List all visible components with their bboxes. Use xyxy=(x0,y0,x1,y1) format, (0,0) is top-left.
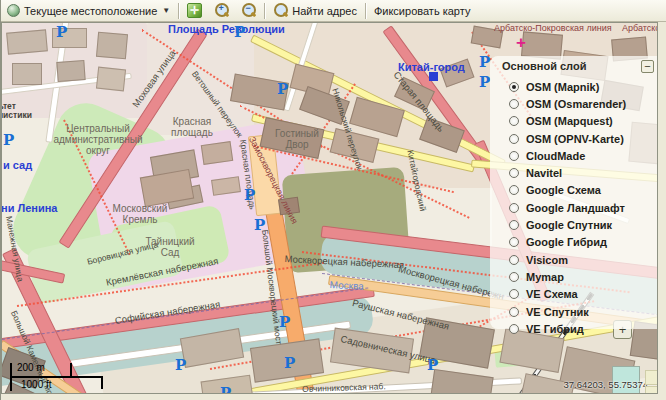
zoom-in-button[interactable]: + xyxy=(208,1,235,21)
radio-button[interactable] xyxy=(509,255,519,265)
radio-button[interactable] xyxy=(509,99,519,109)
building xyxy=(6,29,48,54)
toolbar-separator xyxy=(365,3,366,19)
layer-panel-title: Основной слой xyxy=(502,60,653,72)
globe-icon xyxy=(7,4,20,17)
radio-button[interactable] xyxy=(509,307,519,317)
building xyxy=(201,141,233,165)
zoom-extent-icon: ✛ xyxy=(187,3,202,18)
layer-option-5[interactable]: Navitel xyxy=(502,164,653,181)
radio-button[interactable] xyxy=(509,220,519,230)
radio-button[interactable] xyxy=(509,272,519,282)
corner-control[interactable] xyxy=(645,386,658,394)
layer-option-label: Navitel xyxy=(526,167,562,179)
layer-option-label: OSM (Mapnik) xyxy=(526,81,599,93)
mouse-coordinates: 37.64203, 55.75374 xyxy=(542,379,648,390)
layer-option-3[interactable]: OSM (OPNV-Karte) xyxy=(502,130,653,147)
map-label: и сад xyxy=(3,159,32,171)
layer-option-label: Google Схема xyxy=(526,184,601,196)
layer-option-label: Mymap xyxy=(526,271,564,283)
layer-option-label: VE Схема xyxy=(526,288,578,300)
radio-button[interactable] xyxy=(509,82,519,92)
scale-tick xyxy=(101,376,103,389)
minimize-panel-button[interactable]: − xyxy=(641,60,654,73)
chevron-down-icon: ▼ xyxy=(162,6,170,15)
radio-button[interactable] xyxy=(509,289,519,299)
scale-line: 200 m 1000 ft xyxy=(10,359,120,394)
scale-imperial-label: 1000 ft xyxy=(21,379,52,390)
corner-control[interactable] xyxy=(645,370,658,385)
layer-option-label: OSM (Mapquest) xyxy=(526,115,613,127)
layer-option-label: Visicom xyxy=(526,254,568,266)
layer-option-0[interactable]: OSM (Mapnik) xyxy=(502,78,653,95)
find-address-label: Найти адрес xyxy=(292,5,357,17)
toolbar-separator xyxy=(264,3,265,19)
parking-icon: P xyxy=(3,131,14,149)
layer-option-label: Google Ландшафт xyxy=(526,202,625,214)
layer-switcher-panel: Основной слой − OSM (Mapnik)OSM (Osmaren… xyxy=(490,56,658,329)
layer-option-label: OSM (Osmarender) xyxy=(526,98,626,110)
layer-option-14[interactable]: VE Гибрид xyxy=(502,320,653,337)
metro-station-icon xyxy=(429,72,438,81)
radio-button[interactable] xyxy=(509,237,519,247)
building xyxy=(96,32,128,60)
layer-option-13[interactable]: VE Спутник xyxy=(502,303,653,320)
zoom-extent-button[interactable]: ✛ xyxy=(181,1,208,21)
scale-metric-label: 200 m xyxy=(17,362,45,373)
current-location-label: Текущее местоположение xyxy=(24,5,157,17)
zoom-in-icon: + xyxy=(214,3,229,18)
search-icon xyxy=(273,3,288,18)
radio-button[interactable] xyxy=(509,203,519,213)
layer-option-4[interactable]: CloudMade xyxy=(502,147,653,164)
scale-tick xyxy=(70,363,72,376)
hospital-icon: + xyxy=(516,33,526,53)
radio-button[interactable] xyxy=(509,116,519,126)
layer-option-10[interactable]: Visicom xyxy=(502,251,653,268)
fix-map-label: Фиксировать карту xyxy=(374,5,470,17)
layer-option-2[interactable]: OSM (Mapquest) xyxy=(502,113,653,130)
layer-option-12[interactable]: VE Схема xyxy=(502,286,653,303)
building xyxy=(52,28,87,48)
layer-option-label: OSM (OPNV-Karte) xyxy=(526,133,624,145)
radio-button[interactable] xyxy=(509,168,519,178)
toolbar-separator xyxy=(178,3,179,19)
building xyxy=(56,60,85,82)
layer-option-9[interactable]: Google Гибрид xyxy=(502,234,653,251)
zoom-out-icon: − xyxy=(241,3,256,18)
layer-option-label: VE Спутник xyxy=(526,306,589,318)
building xyxy=(96,67,126,92)
building xyxy=(12,63,42,85)
layer-option-label: CloudMade xyxy=(526,150,585,162)
layer-option-11[interactable]: Mymap xyxy=(502,268,653,285)
layer-option-label: Google Гибрид xyxy=(526,236,607,248)
radio-button[interactable] xyxy=(509,134,519,144)
radio-button[interactable] xyxy=(509,324,519,334)
layer-option-label: Google Спутник xyxy=(526,219,612,231)
radio-button[interactable] xyxy=(509,151,519,161)
map-canvas[interactable]: Площадь РеволюцииКитай-городимени Ленина… xyxy=(1,22,658,394)
layer-option-7[interactable]: Google Ландшафт xyxy=(502,199,653,216)
layer-list: OSM (Mapnik)OSM (Osmarender)OSM (Mapques… xyxy=(502,78,653,337)
fix-map-button[interactable]: Фиксировать карту xyxy=(368,1,476,21)
zoom-out-button[interactable]: − xyxy=(235,1,262,21)
map-application-window: Текущее местоположение ▼ ✛ + − Найти адр… xyxy=(0,0,666,400)
layer-option-1[interactable]: OSM (Osmarender) xyxy=(502,95,653,112)
layer-option-label: VE Гибрид xyxy=(526,323,584,335)
find-address-button[interactable]: Найти адрес xyxy=(267,1,363,21)
current-location-button[interactable]: Текущее местоположение ▼ xyxy=(1,1,176,21)
layer-option-6[interactable]: Google Схема xyxy=(502,182,653,199)
building xyxy=(278,197,300,216)
toolbar: Текущее местоположение ▼ ✛ + − Найти адр… xyxy=(1,0,666,22)
radio-button[interactable] xyxy=(509,185,519,195)
layer-option-8[interactable]: Google Спутник xyxy=(502,216,653,233)
scale-bar xyxy=(10,376,103,378)
